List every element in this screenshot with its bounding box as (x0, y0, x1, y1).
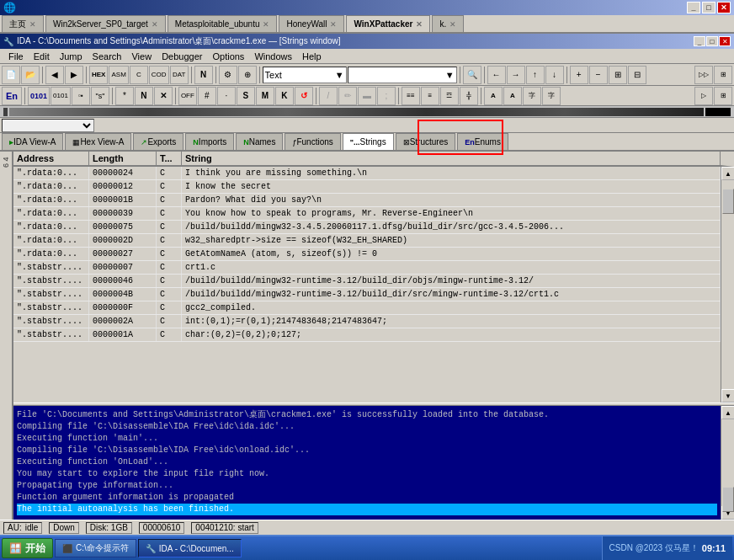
tab-hex-view[interactable]: ▦ Hex View-A (65, 133, 131, 150)
output-scrollbar[interactable]: ▲ ▼ (721, 406, 734, 520)
toolbar-r2[interactable]: ⊞ (714, 66, 732, 84)
toolbar-cod-btn[interactable]: COD (149, 66, 169, 84)
start-button[interactable]: 🪟 开始 (2, 538, 53, 558)
tab-strings[interactable]: "... Strings (343, 133, 394, 150)
toolbar2-slash[interactable]: / (319, 87, 338, 105)
toolbar2-hash[interactable]: # (198, 87, 216, 105)
table-row[interactable]: ".rdata:0... 00000075 C /build/buildd/mi… (13, 221, 721, 234)
toolbar-c-btn[interactable]: C (130, 66, 148, 84)
toolbar2-at[interactable]: · (217, 87, 236, 105)
toolbar-search-btn[interactable]: 🔍 (463, 66, 481, 84)
menu-windows[interactable]: Windows (249, 51, 297, 62)
tab-imports[interactable]: N Imports (185, 133, 234, 150)
toolbar2-b6[interactable]: ≡≡ (402, 87, 420, 105)
tab-enums[interactable]: En Enums (457, 133, 508, 150)
toolbar2-char2[interactable]: A (503, 87, 522, 105)
table-row[interactable]: ".rdata:0... 0000002D C w32_sharedptr->s… (13, 234, 721, 248)
tab-k-close[interactable]: ✕ (449, 20, 456, 29)
strings-table[interactable]: ".rdata:0... 00000024 C I think you are … (13, 167, 721, 403)
tab-home-close[interactable]: ✕ (29, 20, 36, 29)
toolbar-dat-btn[interactable]: DAT (170, 66, 189, 84)
menu-file[interactable]: File (3, 51, 29, 62)
toolbar2-semi[interactable]: ; (377, 87, 396, 105)
toolbar-n-btn[interactable]: N (194, 66, 213, 84)
table-row[interactable]: ".rdata:0... 00000027 C GetAtomNameA (at… (13, 248, 721, 261)
table-row[interactable]: ".rdata:0... 00000039 C You know how to … (13, 207, 721, 221)
toolbar2-b8[interactable]: ☲ (440, 87, 459, 105)
segment-select[interactable] (2, 119, 94, 132)
toolbar2-char1[interactable]: A (484, 87, 503, 105)
table-row[interactable]: ".rdata:0... 0000001B C Pardon? What did… (13, 194, 721, 207)
menu-edit[interactable]: Edit (29, 51, 55, 62)
tab-home[interactable]: 主页 ✕ (2, 15, 44, 32)
toolbar2-end1[interactable]: ▷ (694, 87, 713, 105)
table-row[interactable]: ".stabstr.... 0000001A C char:(0,2)=(0,2… (13, 328, 721, 342)
table-row[interactable]: ".stabstr.... 0000000F C gcc2_compiled. (13, 301, 721, 315)
tab-honey-close[interactable]: ✕ (330, 20, 337, 29)
output-scroll-up[interactable]: ▲ (721, 406, 734, 419)
text-type-combo[interactable]: Text ▼ (263, 67, 347, 83)
scroll-track[interactable] (721, 180, 734, 389)
toolbar-t3[interactable]: ⊞ (609, 66, 627, 84)
tab-win2k[interactable]: Win2kServer_SP0_target ✕ (45, 15, 166, 32)
col-address[interactable]: Address (13, 152, 89, 165)
toolbar2-r[interactable]: ↺ (295, 87, 313, 105)
toolbar-open-btn[interactable]: 📂 (21, 66, 40, 84)
menu-jump[interactable]: Jump (55, 51, 88, 62)
toolbar-arrow3[interactable]: ↑ (526, 66, 545, 84)
toolbar2-k[interactable]: K (275, 87, 294, 105)
toolbar-t2[interactable]: ⊕ (238, 66, 257, 84)
toolbar2-end2[interactable]: ⊞ (714, 87, 732, 105)
toolbar-arrow1[interactable]: ← (487, 66, 506, 84)
toolbar2-b3[interactable]: ▫▪ (72, 87, 90, 105)
en-button[interactable]: En (2, 87, 22, 105)
menu-view[interactable]: View (126, 51, 157, 62)
toolbar2-b7[interactable]: ≡ (421, 87, 439, 105)
table-row[interactable]: ".stabstr.... 0000002A C int:(0,1);=r(0,… (13, 315, 721, 328)
toolbar-zoom-in[interactable]: + (570, 66, 588, 84)
toolbar-arrow2[interactable]: → (507, 66, 525, 84)
toolbar2-asterisk[interactable]: * (115, 87, 134, 105)
output-scroll-track[interactable] (721, 419, 734, 506)
menu-debugger[interactable]: Debugger (157, 51, 207, 62)
tab-names[interactable]: N Names (236, 133, 283, 150)
table-row[interactable]: ".rdata:0... 00000024 C I think you are … (13, 167, 721, 180)
toolbar2-b2[interactable]: 0101 (51, 87, 71, 105)
tab-functions[interactable]: ƒ Functions (285, 133, 340, 150)
taskbar-cmd[interactable]: ⬛ C:\命令提示符 (55, 539, 136, 557)
toolbar-asm-btn[interactable]: ASM (109, 66, 128, 84)
taskbar-ida[interactable]: 🔧 IDA - C:\Documen... (138, 539, 242, 557)
ida-maximize-btn[interactable]: □ (706, 36, 718, 46)
tab-winxp-close[interactable]: ✕ (416, 20, 423, 29)
toolbar-hex-btn[interactable]: HEX (89, 66, 108, 84)
col-length[interactable]: Length (89, 152, 157, 165)
toolbar-fwd-btn[interactable]: ▶ (65, 66, 83, 84)
tab-structures[interactable]: ⊠ Structures (396, 133, 456, 150)
tab-exports[interactable]: ↗ Exports (133, 133, 184, 150)
toolbar2-pencil[interactable]: ✏ (338, 87, 357, 105)
table-row[interactable]: ".stabstr.... 00000007 C crt1.c (13, 261, 721, 275)
toolbar2-s[interactable]: S (237, 87, 255, 105)
toolbar2-quote[interactable]: "s" (91, 87, 109, 105)
menu-help[interactable]: Help (297, 51, 327, 62)
tab-honeywall[interactable]: HoneyWall ✕ (279, 15, 344, 32)
toolbar2-b1[interactable]: 0101 (28, 87, 50, 105)
maximize-button[interactable]: □ (702, 2, 715, 13)
toolbar-new-btn[interactable]: 📄 (2, 66, 20, 84)
toolbar-t4[interactable]: ⊟ (628, 66, 646, 84)
col-type[interactable]: T... (157, 152, 182, 165)
close-button[interactable]: ✕ (717, 2, 731, 13)
toolbar-t1[interactable]: ⚙ (219, 66, 237, 84)
toolbar-arrow4[interactable]: ↓ (545, 66, 564, 84)
toolbar2-off[interactable]: OFF (178, 87, 197, 105)
minimize-button[interactable]: _ (687, 2, 700, 13)
tab-win2k-close[interactable]: ✕ (152, 20, 158, 29)
scroll-up-btn[interactable]: ▲ (721, 167, 734, 180)
tab-meta-close[interactable]: ✕ (263, 20, 269, 29)
table-row[interactable]: ".stabstr.... 0000004B C /build/buildd/m… (13, 288, 721, 301)
toolbar2-m[interactable]: M (256, 87, 274, 105)
toolbar2-char3[interactable]: 字 (523, 87, 541, 105)
toolbar2-n-btn[interactable]: N (135, 87, 153, 105)
tab-ida-view[interactable]: ▸ IDA View-A (2, 133, 63, 150)
ida-close-btn[interactable]: ✕ (719, 36, 731, 46)
